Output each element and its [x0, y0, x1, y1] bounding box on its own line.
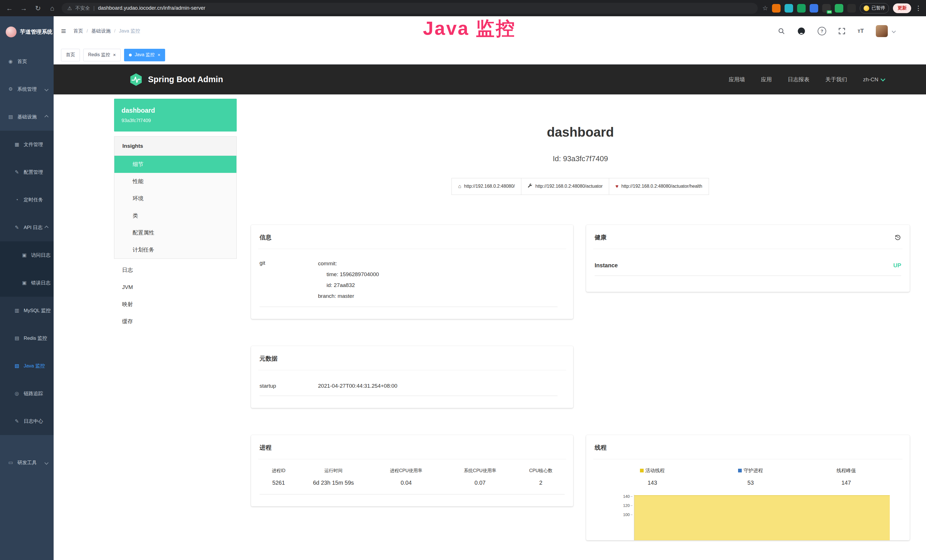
sidebar-item-trace[interactable]: ◎ 链路追踪	[0, 380, 54, 407]
breadcrumb-home[interactable]: 首页	[74, 28, 83, 34]
sba-nav-applications[interactable]: 应用	[761, 76, 772, 83]
reload-icon[interactable]: ↻	[33, 4, 43, 12]
instance-health-row: Instance UP	[595, 256, 901, 276]
fullscreen-icon[interactable]	[838, 27, 846, 35]
sidebar-item-system-mgmt[interactable]: ⚙ 系统管理	[0, 75, 54, 103]
tab-home[interactable]: 首页	[61, 49, 80, 61]
info-card: 信息 git commit: time: 1596289704000 id: 2…	[251, 225, 573, 319]
sba-menu-performance[interactable]: 性能	[114, 173, 236, 190]
log-icon: ✎	[14, 224, 20, 230]
profile-paused-pill[interactable]: 已暂停	[860, 3, 889, 14]
sidebar-item-home[interactable]: ◉ 首页	[0, 48, 54, 75]
user-avatar[interactable]	[876, 25, 888, 37]
sba-nav-wallboard[interactable]: 应用墙	[729, 76, 745, 83]
extension-icon-1[interactable]	[772, 4, 781, 12]
sidebar-item-mysql-monitor[interactable]: ▥ MySQL 监控	[0, 297, 54, 324]
git-branch: branch: master	[318, 291, 379, 301]
github-icon[interactable]	[797, 27, 806, 35]
help-icon[interactable]: ?	[818, 27, 826, 35]
hamburger-icon[interactable]: ≡	[61, 26, 66, 36]
sidebar-item-label: 错误日志	[31, 280, 50, 286]
app-logo: 芋道管理系统	[0, 16, 54, 48]
insights-header: Insights	[114, 137, 236, 156]
legend-peak-threads: 线程峰值 147	[837, 467, 856, 486]
browser-home-icon[interactable]: ⌂	[47, 4, 57, 12]
threads-card: 线程 活动线程 143	[586, 435, 910, 540]
extension-icon-4[interactable]	[809, 4, 818, 12]
extension-icon-2[interactable]	[785, 4, 793, 12]
card-title: 信息	[260, 233, 271, 241]
breadcrumb-infrastructure[interactable]: 基础设施	[91, 28, 110, 34]
address-bar[interactable]: ⚠ 不安全 | dashboard.yudao.iocoder.cn/infra…	[62, 3, 758, 14]
sba-menu-classes[interactable]: 类	[114, 207, 236, 224]
health-url-link[interactable]: ♥ http://192.168.0.2:48080/actuator/heal…	[609, 178, 709, 195]
eye-icon: ◎	[14, 390, 20, 397]
sba-menu-scheduled-tasks[interactable]: 计划任务	[114, 241, 236, 259]
tick-mark	[631, 515, 632, 515]
breadcrumb-current: Java 监控	[119, 28, 140, 34]
extension-icon-3[interactable]	[797, 4, 806, 12]
url-text[interactable]: dashboard.yudao.iocoder.cn/infra/admin-s…	[98, 5, 205, 11]
sidebar-item-redis-monitor[interactable]: ▤ Redis 监控	[0, 324, 54, 352]
tick-mark	[631, 506, 632, 506]
sba-language-select[interactable]: zh-CN	[863, 76, 885, 83]
sba-main: dashboard Id: 93a3fc7f7409 ⌂ http://192.…	[237, 99, 910, 560]
bookmark-star-icon[interactable]: ☆	[762, 5, 768, 12]
insecure-warning-icon: ⚠	[67, 5, 72, 11]
sidebar-item-config-mgmt[interactable]: ✎ 配置管理	[0, 158, 54, 186]
status-badge: UP	[893, 262, 901, 269]
security-label[interactable]: 不安全	[75, 5, 90, 11]
sidebar-item-java-monitor[interactable]: ▧ Java 监控	[0, 352, 54, 380]
clock-icon: ◔	[14, 197, 20, 203]
metadata-card: 元数据 startup 2021-04-27T00:44:31.254+08:0…	[251, 346, 573, 408]
extension-icon-7[interactable]	[847, 4, 856, 12]
extension-icon-6[interactable]	[835, 4, 843, 12]
sba-brand[interactable]: Spring Boot Admin	[129, 73, 223, 86]
legend-label: 活动线程	[645, 467, 665, 474]
sidebar-item-api-logs[interactable]: ✎ API 日志	[0, 214, 54, 241]
sba-nav-about[interactable]: 关于我们	[825, 76, 847, 83]
chevron-down-icon	[44, 460, 48, 465]
history-icon[interactable]	[894, 234, 901, 241]
chart-plot-area	[634, 495, 890, 540]
sidebar-item-log-center[interactable]: ✎ 日志中心	[0, 407, 54, 435]
avatar-caret-icon[interactable]	[892, 29, 896, 33]
sba-application-box[interactable]: dashboard 93a3fc7f7409	[114, 99, 237, 132]
close-icon[interactable]: ×	[113, 53, 116, 58]
update-button[interactable]: 更新	[893, 3, 911, 13]
extension-icon-5[interactable]: on	[822, 4, 831, 12]
close-icon[interactable]: ×	[158, 53, 160, 58]
blue-swatch-icon	[738, 469, 742, 472]
page-root: ← → ↻ ⌂ ⚠ 不安全 | dashboard.yudao.iocoder.…	[0, 0, 926, 560]
sidebar-item-dev-tools[interactable]: ▭ 研发工具	[0, 449, 54, 477]
back-icon[interactable]: ←	[5, 4, 14, 12]
sba-nav-journal[interactable]: 日志报表	[788, 76, 809, 83]
sba-menu-jvm[interactable]: JVM	[114, 279, 237, 296]
sba-menu-logs[interactable]: 日志	[114, 262, 237, 279]
sidebar-item-scheduled-jobs[interactable]: ◔ 定时任务	[0, 186, 54, 214]
sba-menu-config-props[interactable]: 配置属性	[114, 224, 236, 241]
sba-menu-details[interactable]: 细节	[114, 156, 236, 173]
pencil-icon: ✎	[14, 418, 20, 424]
sba-menu-environment[interactable]: 环境	[114, 190, 236, 207]
browser-menu-icon[interactable]: ⋮	[915, 5, 921, 12]
font-size-icon[interactable]: тT	[858, 28, 864, 34]
sidebar-item-error-logs[interactable]: ▣ 错误日志	[0, 269, 54, 297]
service-url-link[interactable]: ⌂ http://192.168.0.2:48080/	[451, 178, 521, 195]
sidebar-item-infrastructure[interactable]: ▤ 基础设施	[0, 103, 54, 131]
tab-redis-monitor[interactable]: Redis 监控 ×	[83, 49, 121, 61]
tab-label: Java 监控	[135, 52, 154, 58]
search-icon[interactable]	[778, 27, 785, 35]
actuator-url-link[interactable]: http://192.168.0.2:48080/actuator	[521, 178, 609, 195]
sba-menu-caches[interactable]: 缓存	[114, 313, 237, 330]
home-icon: ⌂	[458, 183, 461, 189]
forward-icon[interactable]: →	[19, 4, 29, 12]
sba-menu-mappings[interactable]: 映射	[114, 296, 237, 313]
doc-icon: ▣	[21, 252, 27, 258]
tab-java-monitor[interactable]: Java 监控 ×	[124, 49, 165, 61]
sidebar-item-label: 文件管理	[24, 141, 43, 148]
sidebar-item-access-logs[interactable]: ▣ 访问日志	[0, 241, 54, 269]
chevron-down-icon	[44, 87, 48, 91]
val-uptime: 6d 23h 15m 59s	[298, 480, 369, 486]
sidebar-item-file-mgmt[interactable]: ▦ 文件管理	[0, 131, 54, 158]
